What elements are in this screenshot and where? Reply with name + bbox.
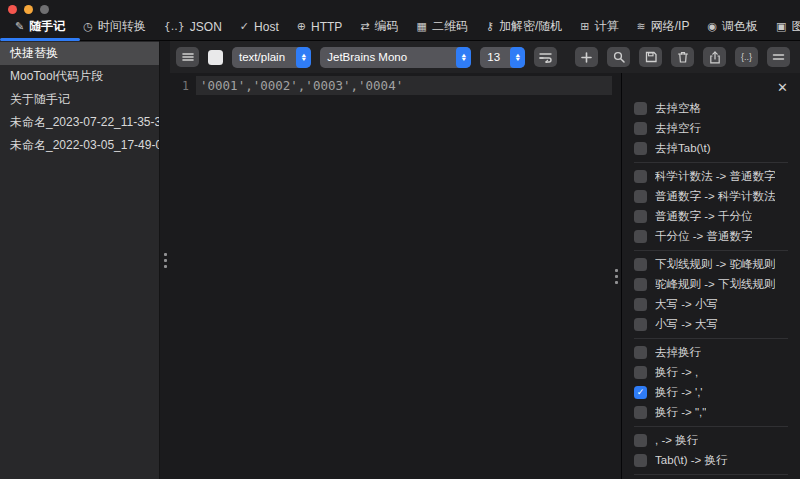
tab-qrcode[interactable]: ▦二维码 [408, 15, 477, 39]
replace-option[interactable]: 去掉空行 [634, 118, 788, 138]
replace-option[interactable]: 小写 -> 大写 [634, 314, 788, 334]
word-wrap-icon [539, 52, 552, 63]
tab-label: 网络/IP [651, 18, 690, 35]
replace-option[interactable]: 下划线规则 -> 驼峰规则 [634, 254, 788, 274]
tab-network-ip[interactable]: ≋网络/IP [628, 15, 699, 39]
tab-calculator[interactable]: ⊞计算 [571, 15, 627, 39]
checkbox-checked-icon[interactable]: ✓ [634, 386, 647, 399]
replace-option[interactable]: 大写 -> 小写 [634, 294, 788, 314]
editor-toolbar: text/plain ▲▼ JetBrains Mono ▲▼ 13 ▲▼ [170, 41, 800, 73]
sidebar-item-4[interactable]: 未命名_2022-03-05_17-49-00 [0, 134, 159, 157]
sidebar-item-0[interactable]: 快捷替换 [0, 42, 159, 65]
calculator-icon: ⊞ [580, 20, 589, 33]
checkbox-icon[interactable] [634, 230, 647, 243]
word-wrap-button[interactable] [534, 47, 557, 67]
sidebar-item-1[interactable]: MooTool代码片段 [0, 65, 159, 88]
replace-option-group: 下划线规则 -> 驼峰规则驼峰规则 -> 下划线规则大写 -> 小写小写 -> … [634, 250, 788, 338]
tab-palette[interactable]: ◉调色板 [698, 15, 767, 39]
tab-host[interactable]: ✓Host [231, 15, 288, 39]
replace-option-label: 去掉Tab(\t) [655, 141, 711, 156]
line-number: 1 [170, 79, 196, 93]
font-family-select[interactable]: JetBrains Mono ▲▼ [320, 47, 471, 68]
tab-http[interactable]: ⊕HTTP [288, 15, 352, 39]
save-button[interactable] [639, 47, 662, 67]
tab-image-helper[interactable]: ▣图片助手 [767, 15, 800, 39]
replace-option[interactable]: 去掉空格 [634, 98, 788, 118]
replace-option-label: 普通数字 -> 千分位 [655, 209, 752, 224]
replace-option[interactable]: 科学计数法 -> 普通数字 [634, 166, 788, 186]
search-button[interactable] [607, 47, 630, 67]
json-icon: {..} [164, 20, 185, 33]
checkbox-icon[interactable] [634, 454, 647, 467]
crypto-random-icon: ⚷ [486, 20, 494, 33]
replace-option-label: 换行 -> , [655, 365, 698, 380]
checkbox-icon[interactable] [634, 190, 647, 203]
delete-button[interactable] [671, 47, 694, 67]
replace-option[interactable]: 换行 -> "," [634, 402, 788, 422]
replace-option-label: 大写 -> 小写 [655, 297, 718, 312]
encode-icon: ⇄ [360, 20, 369, 33]
start-area: 开始 [634, 474, 788, 479]
checkbox-icon[interactable] [634, 298, 647, 311]
http-icon: ⊕ [297, 20, 306, 33]
hamburger-icon [182, 52, 194, 62]
replace-option[interactable]: 普通数字 -> 千分位 [634, 206, 788, 226]
replace-option[interactable]: 千分位 -> 普通数字 [634, 226, 788, 246]
font-family-value: JetBrains Mono [320, 51, 456, 63]
sidebar-splitter[interactable] [160, 41, 170, 479]
sidebar-item-2[interactable]: 关于随手记 [0, 88, 159, 111]
checkbox-icon[interactable] [634, 406, 647, 419]
tab-json[interactable]: {..}JSON [155, 15, 231, 39]
replace-option[interactable]: 驼峰规则 -> 下划线规则 [634, 274, 788, 294]
toolbar-checkbox[interactable] [208, 50, 223, 65]
replace-option[interactable]: ✓换行 -> ',' [634, 382, 788, 402]
checkbox-icon[interactable] [634, 434, 647, 447]
checkbox-icon[interactable] [634, 318, 647, 331]
content-type-value: text/plain [232, 51, 296, 63]
font-size-select[interactable]: 13 ▲▼ [480, 47, 525, 68]
checkbox-icon[interactable] [634, 258, 647, 271]
checkbox-icon[interactable] [634, 102, 647, 115]
checkbox-icon[interactable] [634, 346, 647, 359]
sidebar-item-3[interactable]: 未命名_2023-07-22_11-35-35 [0, 111, 159, 134]
tab-notes[interactable]: ✎随手记 [6, 15, 74, 39]
tab-encode[interactable]: ⇄编码 [351, 15, 407, 39]
checkbox-icon[interactable] [634, 210, 647, 223]
checkbox-icon[interactable] [634, 122, 647, 135]
tab-list: ✎随手记◷时间转换{..}JSON✓Host⊕HTTP⇄编码▦二维码⚷加解密/随… [0, 13, 800, 40]
panel-splitter[interactable] [612, 73, 622, 479]
close-panel-button[interactable]: ✕ [777, 81, 788, 95]
code-editor[interactable]: 1 '0001','0002','0003','0004' [170, 73, 612, 479]
qrcode-icon: ▦ [417, 20, 427, 33]
checkbox-icon[interactable] [634, 142, 647, 155]
checkbox-icon[interactable] [634, 366, 647, 379]
replace-option-group: 科学计数法 -> 普通数字普通数字 -> 科学计数法普通数字 -> 千分位千分位… [634, 162, 788, 250]
replace-option[interactable]: Tab(\t) -> 换行 [634, 450, 788, 470]
code-line: 1 '0001','0002','0003','0004' [170, 76, 612, 95]
sidebar: 快捷替换MooTool代码片段关于随手记未命名_2023-07-22_11-35… [0, 41, 160, 479]
replace-option[interactable]: 去掉换行 [634, 342, 788, 362]
export-button[interactable] [703, 47, 726, 67]
add-note-button[interactable] [575, 47, 598, 67]
plus-icon [581, 52, 592, 63]
checkbox-icon[interactable] [634, 278, 647, 291]
replace-option[interactable]: 去掉Tab(\t) [634, 138, 788, 158]
replace-option-label: , -> 换行 [655, 433, 698, 448]
save-icon [645, 51, 657, 63]
replace-option[interactable]: 普通数字 -> 科学计数法 [634, 186, 788, 206]
menu-button[interactable] [176, 47, 199, 67]
content-type-select[interactable]: text/plain ▲▼ [232, 47, 311, 68]
replace-option-label: 去掉空格 [655, 101, 701, 116]
image-helper-icon: ▣ [776, 20, 786, 33]
quick-replace-panel: ✕ 去掉空格去掉空行去掉Tab(\t)科学计数法 -> 普通数字普通数字 -> … [622, 73, 800, 479]
tab-label: 调色板 [722, 18, 758, 35]
braces-icon: {..} [741, 52, 752, 62]
checkbox-icon[interactable] [634, 170, 647, 183]
quick-replace-button[interactable] [767, 47, 790, 67]
tab-time-convert[interactable]: ◷时间转换 [74, 15, 155, 39]
format-button[interactable]: {..} [735, 47, 758, 67]
replace-option[interactable]: 换行 -> , [634, 362, 788, 382]
replace-option[interactable]: , -> 换行 [634, 430, 788, 450]
replace-option-label: Tab(\t) -> 换行 [655, 453, 728, 468]
tab-crypto-random[interactable]: ⚷加解密/随机 [477, 15, 571, 39]
